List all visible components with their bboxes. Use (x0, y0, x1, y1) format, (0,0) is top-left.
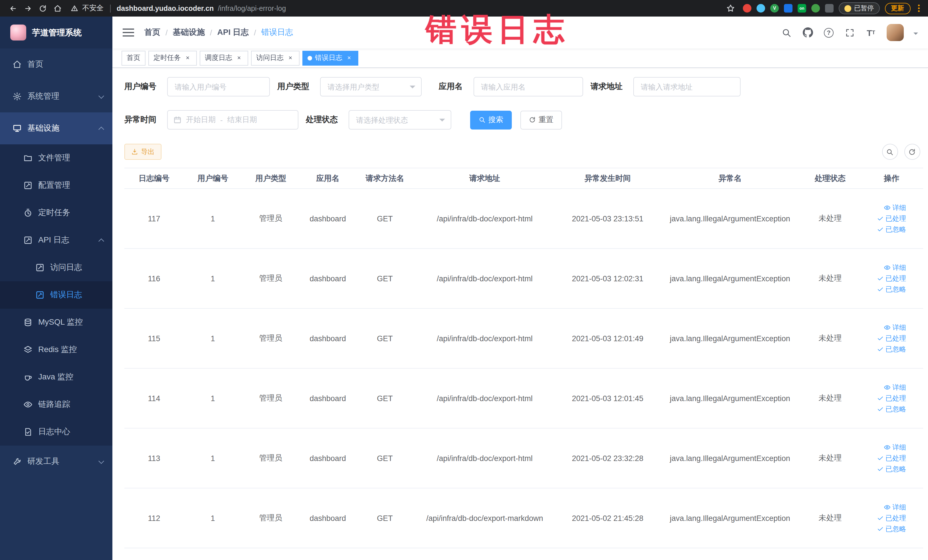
mark-ignored-link[interactable]: 已忽略 (877, 344, 906, 354)
table-row[interactable]: 116 1 管理员 dashboard GET /api/infra/db-do… (124, 249, 923, 308)
chevron-up-icon (98, 127, 104, 132)
mark-processed-link[interactable]: 已处理 (877, 394, 906, 403)
reset-button[interactable]: 重置 (520, 110, 562, 129)
cell-request-url: /api/infra/db-doc/export-html (414, 189, 556, 249)
detail-link[interactable]: 详细 (884, 323, 906, 333)
table-row[interactable]: 113 1 管理员 dashboard GET /api/infra/db-do… (124, 428, 923, 488)
mark-ignored-link[interactable]: 已忽略 (877, 284, 906, 294)
mark-ignored-link[interactable]: 已忽略 (877, 224, 906, 234)
sidebar-item-dev-tools[interactable]: 研发工具 (0, 446, 112, 478)
tag-home[interactable]: 首页 (122, 50, 145, 65)
extension-icon-drop[interactable] (757, 4, 765, 12)
browser-forward-button[interactable] (21, 1, 35, 16)
download-icon (131, 148, 138, 155)
extensions-puzzle-icon[interactable] (825, 4, 833, 12)
cell-method: GET (356, 488, 414, 548)
sidebar-item-mysql-monitor[interactable]: MySQL 监控 (0, 309, 112, 336)
user-type-select[interactable] (320, 77, 422, 96)
tag-access-log[interactable]: 访问日志 × (251, 50, 299, 65)
tag-schedule-log[interactable]: 调度日志 × (200, 50, 248, 65)
sidebar-item-infrastructure[interactable]: 基础设施 (0, 112, 112, 144)
sidebar-item-home[interactable]: 首页 (0, 49, 112, 81)
extension-icon-on[interactable]: on (798, 4, 806, 12)
hamburger-icon[interactable] (123, 28, 134, 37)
tag-scheduled-jobs[interactable]: 定时任务 × (148, 50, 197, 65)
browser-back-button[interactable] (6, 1, 21, 16)
check-icon (877, 465, 884, 472)
user-type-label: 用户类型 (277, 82, 309, 92)
browser-home-button[interactable] (50, 1, 65, 16)
sidebar-item-scheduled-jobs[interactable]: 定时任务 (0, 199, 112, 226)
address-bar[interactable]: 不安全 dashboard.yudao.iocoder.cn/infra/log… (71, 3, 286, 13)
mark-processed-link[interactable]: 已处理 (877, 334, 906, 343)
font-size-icon[interactable]: TT (865, 27, 877, 38)
help-icon[interactable]: ? (823, 27, 835, 38)
sidebar-item-error-log[interactable]: 错误日志 (0, 281, 112, 309)
detail-link[interactable]: 详细 (884, 383, 906, 392)
toggle-search-button[interactable] (882, 144, 898, 160)
close-icon[interactable]: × (235, 54, 243, 62)
sidebar-item-log-center[interactable]: 日志中心 (0, 418, 112, 446)
app-name-input[interactable] (473, 77, 583, 96)
detail-link[interactable]: 详细 (884, 203, 906, 212)
detail-link[interactable]: 详细 (884, 443, 906, 452)
extension-icon-grid[interactable] (784, 4, 792, 12)
eye-icon (884, 264, 891, 271)
cell-user-type: 管理员 (242, 488, 299, 548)
sidebar-item-config-mgmt[interactable]: 配置管理 (0, 172, 112, 199)
extension-icon-v[interactable]: V (770, 4, 779, 12)
table-row[interactable]: 115 1 管理员 dashboard GET /api/infra/db-do… (124, 308, 923, 368)
paused-badge[interactable]: 已暂停 (839, 2, 879, 14)
refresh-table-button[interactable] (904, 144, 920, 160)
user-id-input[interactable] (167, 77, 270, 96)
mark-processed-link[interactable]: 已处理 (877, 273, 906, 283)
extension-icon-red[interactable] (743, 4, 751, 12)
extension-icon-leaf[interactable] (811, 4, 820, 12)
mark-processed-link[interactable]: 已处理 (877, 214, 906, 223)
close-icon[interactable]: × (286, 54, 295, 62)
sidebar-item-api-logs[interactable]: API 日志 (0, 226, 112, 254)
breadcrumb-item[interactable]: 首页 (144, 27, 160, 38)
sidebar-item-java-monitor[interactable]: Java 监控 (0, 363, 112, 391)
browser-refresh-button[interactable] (35, 1, 50, 16)
mark-ignored-link[interactable]: 已忽略 (877, 404, 906, 414)
search-button[interactable]: 搜索 (470, 110, 512, 129)
breadcrumb-item[interactable]: 基础设施 (173, 27, 205, 38)
tag-error-log[interactable]: 错误日志 × (302, 50, 358, 65)
browser-update-button[interactable]: 更新 (885, 3, 910, 14)
export-button[interactable]: 导出 (124, 144, 162, 160)
avatar-caret-icon[interactable] (913, 32, 918, 37)
detail-link[interactable]: 详细 (884, 502, 906, 512)
mark-processed-link[interactable]: 已处理 (877, 513, 906, 523)
detail-link[interactable]: 详细 (884, 263, 906, 272)
table-row[interactable]: 117 1 管理员 dashboard GET /api/infra/db-do… (124, 189, 923, 249)
sidebar-item-file-mgmt[interactable]: 文件管理 (0, 144, 112, 172)
date-range-picker[interactable]: 开始日期 - 结束日期 (167, 110, 298, 130)
sidebar-item-access-log[interactable]: 访问日志 (0, 254, 112, 281)
browser-menu-icon[interactable] (918, 4, 920, 13)
app-logo[interactable]: 芋道管理系统 (0, 17, 112, 49)
close-icon[interactable]: × (184, 54, 192, 62)
check-icon (877, 346, 884, 352)
close-icon[interactable]: × (345, 54, 353, 62)
sidebar-item-trace[interactable]: 链路追踪 (0, 391, 112, 418)
sidebar-item-system-mgmt[interactable]: 系统管理 (0, 81, 112, 112)
user-avatar[interactable] (886, 24, 904, 41)
cell-process-status: 未处理 (800, 428, 860, 488)
mark-ignored-link[interactable]: 已忽略 (877, 524, 906, 534)
process-status-select[interactable] (349, 110, 451, 130)
cell-user-type: 管理员 (242, 428, 299, 488)
mark-processed-link[interactable]: 已处理 (877, 453, 906, 463)
github-icon[interactable] (802, 27, 814, 38)
request-url-input[interactable] (633, 77, 740, 96)
breadcrumb-item[interactable]: API 日志 (217, 27, 249, 38)
table-row[interactable]: 114 1 管理员 dashboard GET /api/infra/db-do… (124, 368, 923, 428)
mark-ignored-link[interactable]: 已忽略 (877, 464, 906, 474)
table-row[interactable]: 112 1 管理员 dashboard GET /api/infra/db-do… (124, 488, 923, 548)
search-icon[interactable] (781, 27, 792, 38)
sidebar-item-redis-monitor[interactable]: Redis 监控 (0, 336, 112, 363)
check-icon (877, 515, 884, 522)
app-title: 芋道管理系统 (32, 27, 82, 38)
fullscreen-icon[interactable] (844, 27, 856, 38)
bookmark-star-icon[interactable] (723, 1, 738, 16)
